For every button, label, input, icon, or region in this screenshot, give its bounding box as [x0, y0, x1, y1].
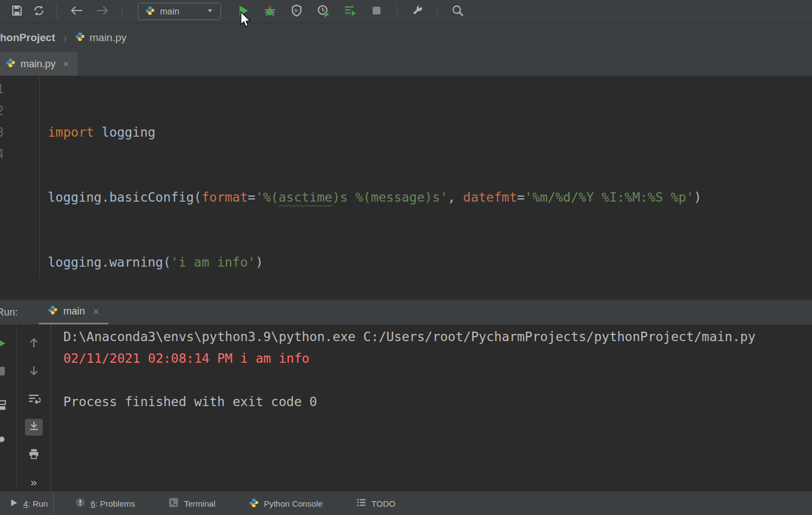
- run-config-label: main: [160, 7, 201, 17]
- edge-run-icon[interactable]: [0, 337, 7, 352]
- run-icon: [237, 4, 250, 19]
- toolbar-separator: [122, 4, 122, 19]
- run-tab-label: main: [63, 306, 85, 317]
- search-icon: [451, 4, 464, 19]
- forward-button[interactable]: [89, 2, 115, 21]
- run-console-toolbar: »: [17, 324, 51, 491]
- more-chevrons-icon: »: [30, 476, 37, 489]
- close-icon[interactable]: ×: [93, 306, 99, 317]
- code-token: datefmt: [463, 190, 517, 204]
- more-actions-button[interactable]: »: [25, 474, 43, 491]
- tool-window-edge-bar: [0, 324, 17, 491]
- toolbar-separator: [57, 4, 57, 19]
- statusbar-terminal-label: Terminal: [184, 499, 215, 508]
- python-icon: [75, 32, 85, 44]
- code-token: logging.warning(: [48, 255, 171, 269]
- editor-tabbar: main.py ×: [0, 52, 812, 76]
- code-token: ): [255, 255, 263, 269]
- edge-pin-icon[interactable]: [0, 434, 7, 450]
- debug-button[interactable]: [257, 2, 283, 21]
- statusbar-todo-tab[interactable]: TODO: [350, 492, 401, 515]
- settings-button[interactable]: [404, 2, 430, 21]
- code-token: logging.basicConfig(: [48, 190, 202, 204]
- code-token: '%m/%d/%Y %I:%M:%S %p': [525, 190, 694, 204]
- statusbar-run-label: 4: Run: [23, 499, 48, 508]
- statusbar: 4: Run 6: Problems Terminal Python Conso…: [0, 491, 812, 515]
- down-stack-button[interactable]: [25, 363, 43, 380]
- scroll-to-end-button[interactable]: [25, 419, 43, 436]
- terminal-icon: [168, 497, 179, 509]
- back-button[interactable]: [64, 2, 89, 21]
- edge-stop-icon[interactable]: [0, 364, 7, 380]
- console-line: Process finished with exit code 0: [63, 391, 812, 413]
- coverage-button[interactable]: [283, 2, 310, 21]
- print-button[interactable]: [25, 447, 43, 463]
- save-icon: [11, 4, 23, 19]
- run-console-output[interactable]: D:\Anaconda3\envs\python3.9\python.exe C…: [51, 324, 812, 491]
- play-icon: [10, 498, 18, 509]
- python-icon: [48, 305, 58, 318]
- run-button[interactable]: [230, 2, 257, 21]
- concurrency-icon: [343, 4, 357, 19]
- breadcrumb-file-label: main.py: [89, 32, 127, 44]
- editor-tab-label: main.py: [21, 58, 56, 70]
- up-stack-button[interactable]: [25, 336, 43, 352]
- statusbar-run-tab[interactable]: 4: Run: [4, 492, 53, 515]
- code-line: logging.warning('i am info'): [48, 252, 701, 273]
- python-icon: [6, 58, 16, 71]
- run-panel: » D:\Anaconda3\envs\python3.9\python.exe…: [0, 324, 812, 491]
- statusbar-python-console-tab[interactable]: Python Console: [243, 492, 328, 515]
- statusbar-separator: [53, 492, 54, 515]
- run-config-select[interactable]: main: [138, 3, 221, 20]
- run-panel-label: Run:: [0, 307, 18, 318]
- line-number: 3: [0, 122, 4, 143]
- code-token: ,: [448, 190, 463, 204]
- line-number: 1: [0, 78, 4, 100]
- search-everywhere-button[interactable]: [444, 2, 471, 21]
- coverage-icon: [290, 4, 303, 19]
- soft-wrap-button[interactable]: [25, 391, 43, 408]
- statusbar-problems-tab[interactable]: 6: Problems: [69, 492, 141, 515]
- code-token: )s %(message)s': [332, 190, 448, 204]
- code-token-typo: asctime: [278, 190, 332, 204]
- edge-layout-icon[interactable]: [0, 398, 7, 414]
- profiler-button[interactable]: [310, 2, 337, 21]
- breadcrumb-file[interactable]: main.py: [75, 32, 127, 44]
- save-button[interactable]: [6, 2, 28, 21]
- console-line: [63, 369, 812, 391]
- code-line: logging.basicConfig(format='%(asctime)s …: [48, 187, 701, 208]
- arrow-up-icon: [28, 337, 40, 351]
- chevron-down-icon: [206, 7, 214, 17]
- statusbar-python-console-label: Python Console: [264, 499, 323, 508]
- gutter-separator: [39, 76, 40, 277]
- main-toolbar: main: [0, 0, 812, 23]
- run-tab-main[interactable]: main ×: [39, 300, 108, 324]
- statusbar-problems-label: 6: Problems: [91, 499, 135, 508]
- code-area[interactable]: import logging logging.basicConfig(forma…: [48, 78, 701, 299]
- wrench-icon: [410, 4, 424, 19]
- console-line-error: 02/11/2021 02:08:14 PM i am info: [63, 348, 812, 369]
- forward-arrow-icon: [95, 4, 109, 19]
- editor-pane[interactable]: 1 2 3 4 import logging logging.basicConf…: [0, 76, 812, 299]
- statusbar-terminal-tab[interactable]: Terminal: [163, 492, 221, 515]
- code-token: 'i am info': [171, 255, 255, 269]
- code-token: format: [202, 190, 248, 204]
- code-token: import: [48, 125, 94, 139]
- code-token: logging: [94, 125, 156, 139]
- arrow-down-icon: [28, 364, 40, 379]
- breadcrumb-project[interactable]: honProject: [0, 32, 55, 44]
- close-icon[interactable]: ×: [63, 58, 69, 69]
- breadcrumb: honProject › main.py: [0, 23, 812, 52]
- sync-button[interactable]: [28, 2, 50, 21]
- console-line: D:\Anaconda3\envs\python3.9\python.exe C…: [63, 326, 812, 348]
- editor-tab-main-py[interactable]: main.py ×: [0, 52, 77, 76]
- code-token: =: [248, 190, 255, 204]
- profiler-icon: [317, 4, 330, 19]
- code-token: =: [517, 190, 525, 204]
- soft-wrap-icon: [27, 392, 41, 407]
- toolbar-separator: [437, 4, 438, 19]
- stop-button[interactable]: [363, 2, 390, 21]
- concurrency-button[interactable]: [337, 2, 363, 21]
- debug-icon: [263, 4, 277, 19]
- breadcrumb-chevron-icon: ›: [63, 30, 67, 46]
